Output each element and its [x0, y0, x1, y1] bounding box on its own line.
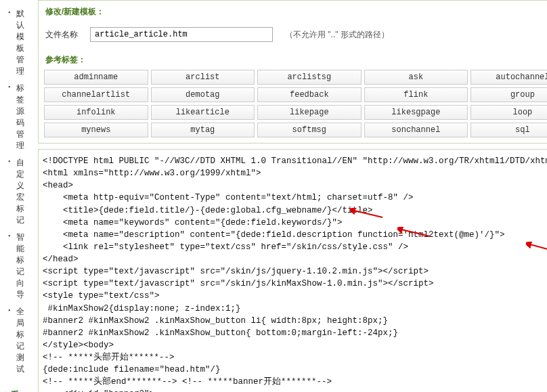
reference-tags-grid: adminname arclist arclistsg ask autochan…: [39, 68, 547, 143]
sidebar-item-smart-tag-wizard[interactable]: 智能标记向导: [5, 229, 24, 303]
tag-softmsg[interactable]: softmsg: [257, 123, 362, 137]
sidebar-item-default-template[interactable]: 默认模板管理: [5, 5, 24, 80]
code-editor[interactable]: <!DOCTYPE html PUBLIC "-//W3C//DTD XHTML…: [38, 149, 547, 392]
tag-arclistsg[interactable]: arclistsg: [257, 70, 362, 85]
sidebar-group-help: 系统帮助: [5, 387, 24, 392]
tag-mytag[interactable]: mytag: [151, 123, 255, 137]
tag-adminname[interactable]: adminname: [44, 70, 148, 85]
tag-autochannel[interactable]: autochannel: [471, 70, 547, 85]
main-content: 修改/新建模板： 文件名称 （不允许用 ".." 形式的路径） 参考标签： ad…: [24, 0, 547, 392]
sidebar: 默认模板管理 标签源码管理 自定义宏标记 智能标记向导 全局标记测试 系统帮助 …: [0, 0, 24, 392]
tag-ask[interactable]: ask: [364, 70, 468, 85]
tag-likesgpage[interactable]: likesgpage: [364, 105, 468, 120]
tag-group[interactable]: group: [471, 87, 547, 102]
tag-sql[interactable]: sql: [471, 123, 547, 137]
sidebar-item-custom-macro[interactable]: 自定义宏标记: [5, 154, 24, 229]
tag-arclist[interactable]: arclist: [151, 70, 255, 85]
reference-tags-title: 参考标签：: [39, 49, 547, 68]
file-name-hint: （不允许用 ".." 形式的路径）: [285, 29, 389, 41]
svg-line-5: [530, 244, 547, 255]
file-name-input[interactable]: [90, 27, 273, 42]
tag-likearticle[interactable]: likearticle: [151, 105, 255, 120]
tag-demotag[interactable]: demotag: [151, 87, 255, 102]
tag-channelartlist[interactable]: channelartlist: [44, 87, 148, 102]
tag-infolink[interactable]: infolink: [44, 105, 148, 120]
tag-loop[interactable]: loop: [471, 105, 547, 120]
tag-feedback[interactable]: feedback: [257, 87, 362, 102]
file-name-label: 文件名称: [45, 29, 78, 41]
file-name-row: 文件名称 （不允许用 ".." 形式的路径）: [39, 23, 547, 49]
sidebar-header-help[interactable]: 系统帮助: [5, 387, 24, 392]
tag-sonchannel[interactable]: sonchannel: [364, 123, 468, 137]
tag-mynews[interactable]: mynews: [44, 123, 148, 137]
section-title: 修改/新建模板：: [39, 1, 547, 23]
annotation-arrow-3: [526, 217, 547, 283]
template-edit-panel: 修改/新建模板： 文件名称 （不允许用 ".." 形式的路径） 参考标签： ad…: [38, 0, 547, 144]
sidebar-item-global-tag-test[interactable]: 全局标记测试: [5, 303, 24, 378]
tag-likepage[interactable]: likepage: [257, 105, 362, 120]
sidebar-group-1: 默认模板管理 标签源码管理 自定义宏标记 智能标记向导 全局标记测试: [5, 5, 24, 378]
sidebar-item-tag-source[interactable]: 标签源码管理: [5, 80, 24, 154]
tag-flink[interactable]: flink: [364, 87, 468, 102]
